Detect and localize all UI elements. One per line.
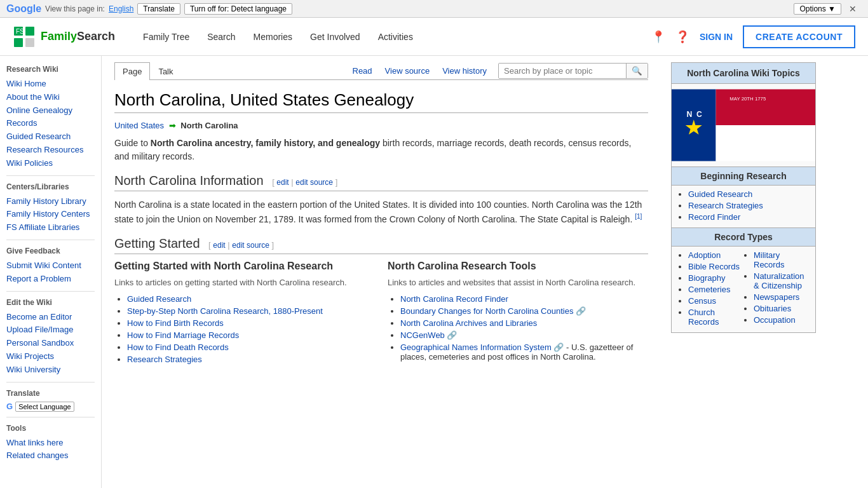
- br-link-2[interactable]: Record Finder: [688, 212, 740, 222]
- rt-link-occupation[interactable]: Occupation: [754, 315, 796, 325]
- sidebar-section-tools: Tools: [6, 424, 95, 433]
- nav-activities[interactable]: Activities: [369, 27, 422, 47]
- breadcrumb-current: North Carolina: [180, 121, 238, 130]
- turn-off-button[interactable]: Turn off for: Detect language: [184, 3, 292, 15]
- wiki-search-input[interactable]: [499, 64, 626, 78]
- col2-link-4[interactable]: Geographical Names Information System: [400, 342, 552, 352]
- rt-link-newspapers[interactable]: Newspapers: [754, 292, 799, 302]
- col2-title: North Carolina Research Tools: [388, 261, 648, 272]
- translate-button[interactable]: Translate: [137, 3, 180, 15]
- nav-memories[interactable]: Memories: [245, 27, 301, 47]
- tab-actions: Read View source View history 🔍: [346, 62, 649, 79]
- select-language-button[interactable]: Select Language: [15, 402, 74, 412]
- translate-lang-link[interactable]: English: [109, 4, 133, 13]
- breadcrumb-arrow: ➡: [169, 121, 176, 130]
- list-item: Boundary Changes for North Carolina Coun…: [400, 306, 648, 316]
- nav-family-tree[interactable]: Family Tree: [134, 27, 198, 47]
- sidebar-item-upload-file[interactable]: Upload File/Image: [6, 323, 95, 337]
- sidebar-item-wiki-university[interactable]: Wiki University: [6, 363, 95, 377]
- tab-page[interactable]: Page: [114, 62, 150, 80]
- familysearch-logo-icon: FS: [13, 25, 36, 48]
- rt-link-adoption[interactable]: Adoption: [688, 250, 721, 260]
- sidebar-item-what-links[interactable]: What links here: [6, 437, 95, 450]
- top-nav: FS FamilySearch Family Tree Search Memor…: [0, 18, 868, 56]
- options-area: Options ▼ ✕: [794, 3, 862, 15]
- svg-rect-7: [716, 125, 815, 161]
- location-icon[interactable]: 📍: [651, 30, 665, 44]
- rt-link-military[interactable]: Military Records: [754, 250, 784, 269]
- br-link-0[interactable]: Guided Research: [688, 189, 752, 199]
- intro-text: Guide to North Carolina ancestry, family…: [114, 137, 648, 163]
- col2-link-2[interactable]: North Carolina Archives and Libraries: [400, 318, 537, 328]
- wiki-search-button[interactable]: 🔍: [626, 64, 648, 78]
- sidebar-item-submit-wiki[interactable]: Submit Wiki Content: [6, 259, 95, 273]
- sidebar-section-centers: Centers/Libraries: [6, 182, 95, 191]
- sidebar-item-fs-affiliate[interactable]: FS Affiliate Libraries: [6, 221, 95, 234]
- sidebar-item-family-history-centers[interactable]: Family History Centers: [6, 208, 95, 221]
- col2-link-1[interactable]: Boundary Changes for North Carolina Coun…: [400, 306, 573, 316]
- sign-in-button[interactable]: SIGN IN: [700, 32, 733, 42]
- g-logo: G: [6, 402, 13, 411]
- svg-rect-3: [25, 38, 34, 47]
- sidebar-item-related-changes[interactable]: Related changes: [6, 449, 95, 463]
- options-button[interactable]: Options ▼: [794, 3, 841, 15]
- rt-link-naturalization[interactable]: Naturalization & Citizenship: [754, 271, 804, 290]
- br-link-1[interactable]: Research Strategies: [688, 201, 763, 210]
- create-account-button[interactable]: CREATE ACCOUNT: [743, 25, 855, 48]
- col1-link-5[interactable]: Research Strategies: [127, 355, 202, 364]
- sidebar-item-family-history-library[interactable]: Family History Library: [6, 195, 95, 208]
- close-button[interactable]: ✕: [844, 3, 862, 15]
- sidebar-section-edit: Edit the Wiki: [6, 298, 95, 307]
- col1-link-1[interactable]: Step-by-Step North Carolina Research, 18…: [127, 306, 323, 316]
- rt-link-bible[interactable]: Bible Records: [688, 262, 740, 271]
- rt-link-biography[interactable]: Biography: [688, 273, 726, 283]
- section1-edit-link[interactable]: edit: [276, 178, 288, 187]
- translate-label: View this page in:: [45, 4, 105, 13]
- nav-get-involved[interactable]: Get Involved: [301, 27, 369, 47]
- sidebar-item-guided-research[interactable]: Guided Research: [6, 130, 95, 144]
- section2-edit-links: [ edit | edit source ]: [208, 240, 274, 250]
- col2-link-3[interactable]: NCGenWeb: [400, 330, 445, 340]
- beginning-research-header: Beginning Research: [672, 166, 815, 186]
- record-col-1: Adoption Bible Records Biography Cemeter…: [678, 250, 743, 329]
- svg-text:N: N: [686, 110, 692, 119]
- col1-link-4[interactable]: How to Find Death Records: [127, 342, 229, 352]
- section1-ref: [1]: [635, 213, 642, 220]
- svg-text:C: C: [696, 110, 702, 119]
- col1-link-2[interactable]: How to Find Birth Records: [127, 318, 224, 328]
- nav-search[interactable]: Search: [198, 27, 244, 47]
- sidebar-item-personal-sandbox[interactable]: Personal Sandbox: [6, 337, 95, 350]
- tab-view-history[interactable]: View history: [436, 62, 493, 79]
- right-sidebar: North Carolina Wiki Topics N C MAY 20TH …: [661, 56, 826, 488]
- sidebar-item-wiki-home[interactable]: Wiki Home: [6, 78, 95, 91]
- sidebar-item-about-wiki[interactable]: About the Wiki: [6, 91, 95, 104]
- svg-text:APRIL 12TH 1776: APRIL 12TH 1776: [729, 148, 770, 154]
- rt-link-cemeteries[interactable]: Cemeteries: [688, 285, 730, 294]
- sidebar-item-report-problem[interactable]: Report a Problem: [6, 273, 95, 286]
- rt-link-church[interactable]: Church Records: [688, 308, 719, 327]
- rt-link-obituaries[interactable]: Obituaries: [754, 304, 791, 313]
- wiki-box-header: North Carolina Wiki Topics: [672, 63, 815, 84]
- sidebar-item-online-records[interactable]: Online Genealogy Records: [6, 104, 95, 131]
- col1-link-0[interactable]: Guided Research: [127, 294, 191, 304]
- list-item: Research Strategies: [127, 355, 375, 364]
- sidebar-item-wiki-policies[interactable]: Wiki Policies: [6, 157, 95, 170]
- logo-link[interactable]: FS FamilySearch: [13, 25, 115, 48]
- tab-talk[interactable]: Talk: [150, 62, 181, 80]
- breadcrumb-parent[interactable]: United States: [114, 121, 164, 130]
- col1-title: Getting Started with North Carolina Rese…: [114, 261, 375, 272]
- sidebar-item-wiki-projects[interactable]: Wiki Projects: [6, 350, 95, 363]
- sidebar-item-become-editor[interactable]: Become an Editor: [6, 311, 95, 324]
- col1-link-3[interactable]: How to Find Marriage Records: [127, 330, 239, 340]
- rt-link-census[interactable]: Census: [688, 296, 716, 306]
- help-icon[interactable]: ❓: [675, 30, 689, 44]
- tab-read[interactable]: Read: [346, 62, 379, 79]
- section1-editsource-link[interactable]: edit source: [295, 178, 333, 187]
- col2-link-0[interactable]: North Carolina Record Finder: [400, 294, 508, 304]
- tab-view-source[interactable]: View source: [379, 62, 437, 79]
- section2-editsource-link[interactable]: edit source: [232, 241, 269, 250]
- record-types-header: Record Types: [672, 227, 815, 247]
- section2-edit-link[interactable]: edit: [213, 241, 225, 250]
- sidebar-section-feedback: Give Feedback: [6, 247, 95, 255]
- sidebar-item-research-resources[interactable]: Research Resources: [6, 144, 95, 157]
